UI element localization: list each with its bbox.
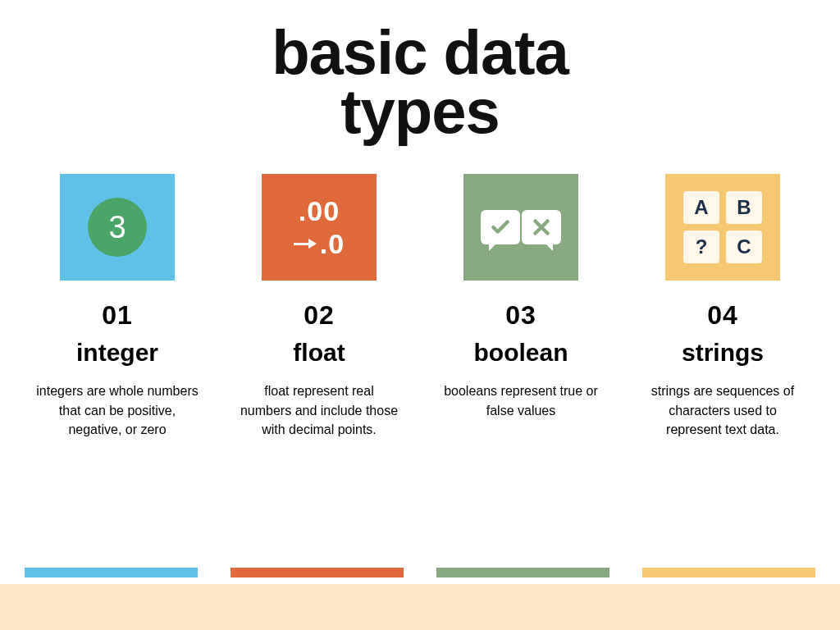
card-title: integer xyxy=(76,339,158,367)
card-title: strings xyxy=(682,339,764,367)
tile-q: ? xyxy=(683,231,719,263)
cards-row: 3 01 integer integers are whole numbers … xyxy=(0,141,840,439)
card-title: boolean xyxy=(473,339,568,367)
float-line2: .0 xyxy=(320,230,345,258)
float-icon: .00 .0 xyxy=(262,174,377,281)
boolean-icon xyxy=(463,174,578,281)
card-number: 03 xyxy=(505,300,536,331)
accent-bars xyxy=(0,568,840,578)
accent-bar-integer xyxy=(25,568,198,578)
accent-bar-boolean xyxy=(436,568,609,578)
card-number: 04 xyxy=(707,300,738,331)
float-line1: .00 xyxy=(299,197,340,225)
accent-bar-strings xyxy=(642,568,815,578)
page-title: basic data types xyxy=(0,0,840,141)
strings-icon: A B ? C xyxy=(665,174,780,281)
accent-bar-float xyxy=(231,568,404,578)
tile-c: C xyxy=(726,231,762,263)
card-desc: strings are sequences of characters used… xyxy=(641,381,805,439)
footer-band xyxy=(0,584,840,630)
card-desc: float represent real numbers and include… xyxy=(237,381,401,439)
card-float: .00 .0 02 float float represent real num… xyxy=(226,174,412,439)
card-integer: 3 01 integer integers are whole numbers … xyxy=(25,174,210,439)
tile-a: A xyxy=(683,191,719,224)
card-desc: integers are whole numbers that can be p… xyxy=(35,381,199,439)
arrow-right-icon xyxy=(294,243,315,245)
card-title: float xyxy=(293,339,345,367)
title-line-2: types xyxy=(340,76,500,146)
card-boolean: 03 boolean booleans represent true or fa… xyxy=(428,174,614,439)
card-number: 01 xyxy=(102,300,133,331)
tile-b: B xyxy=(726,191,762,224)
card-desc: booleans represent true or false values xyxy=(439,381,603,419)
card-strings: A B ? C 04 strings strings are sequences… xyxy=(630,174,815,439)
integer-icon: 3 xyxy=(60,174,175,281)
x-icon xyxy=(522,210,561,244)
check-icon xyxy=(481,210,520,244)
integer-glyph: 3 xyxy=(88,198,147,257)
card-number: 02 xyxy=(304,300,335,331)
